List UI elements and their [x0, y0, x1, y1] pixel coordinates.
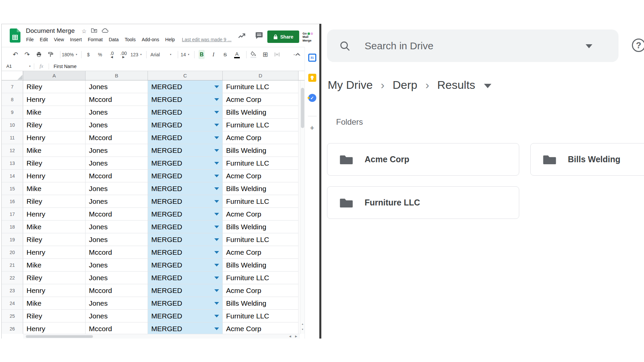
vertical-scrollbar-thumb[interactable] — [301, 88, 304, 128]
cell-dropdown-arrow-icon[interactable] — [214, 85, 219, 88]
cell-C18[interactable]: MERGED — [148, 221, 223, 233]
menu-item-insert[interactable]: Insert — [67, 36, 85, 43]
breadcrumb-derp[interactable]: Derp — [392, 78, 417, 92]
cell-B24[interactable]: Jones — [86, 297, 148, 310]
row-header-19[interactable]: 19 — [2, 233, 23, 246]
comments-icon[interactable] — [254, 31, 264, 40]
menu-item-data[interactable]: Data — [106, 36, 122, 43]
scroll-left-icon[interactable]: ◀ — [289, 335, 291, 338]
row-header-13[interactable]: 13 — [2, 157, 23, 170]
cell-dropdown-arrow-icon[interactable] — [214, 315, 219, 317]
font-size-select[interactable]: 14▾ — [182, 52, 188, 57]
menu-item-help[interactable]: Help — [162, 36, 178, 43]
row-header-25[interactable]: 25 — [2, 310, 23, 322]
borders-icon[interactable]: ⊞ — [262, 51, 268, 58]
star-icon[interactable]: ☆ — [82, 28, 87, 35]
cell-B22[interactable]: Jones — [86, 272, 148, 284]
cell-B12[interactable]: Jones — [86, 144, 148, 157]
cell-B26[interactable]: Mccord — [86, 322, 148, 334]
cell-A23[interactable]: Henry — [23, 284, 86, 297]
scroll-up-icon[interactable]: ▲ — [300, 323, 305, 325]
cell-A20[interactable]: Henry — [23, 246, 86, 259]
cell-C25[interactable]: MERGED — [148, 310, 223, 322]
cell-dropdown-arrow-icon[interactable] — [214, 251, 219, 254]
add-addon-icon[interactable]: + — [310, 124, 314, 132]
cell-A17[interactable]: Henry — [23, 208, 86, 221]
share-button[interactable]: Share — [267, 31, 299, 43]
cell-D15[interactable]: Bills Welding — [223, 182, 299, 195]
cell-C13[interactable]: MERGED — [148, 157, 223, 170]
sheets-logo-icon[interactable] — [10, 28, 20, 43]
cell-C11[interactable]: MERGED — [148, 131, 223, 144]
cell-C24[interactable]: MERGED — [148, 297, 223, 310]
cell-C22[interactable]: MERGED — [148, 272, 223, 284]
cell-C23[interactable]: MERGED — [148, 284, 223, 297]
cell-C20[interactable]: MERGED — [148, 246, 223, 259]
cell-D18[interactable]: Bills Welding — [223, 221, 299, 233]
cell-A12[interactable]: Mike — [23, 144, 86, 157]
cell-D9[interactable]: Bills Welding — [223, 106, 299, 119]
cell-A11[interactable]: Henry — [23, 131, 86, 144]
cell-dropdown-arrow-icon[interactable] — [214, 226, 219, 228]
row-header-26[interactable]: 26 — [2, 322, 23, 334]
cell-dropdown-arrow-icon[interactable] — [214, 111, 219, 114]
row-header-14[interactable]: 14 — [2, 170, 23, 182]
cell-C8[interactable]: MERGED — [148, 93, 223, 106]
format-currency-button[interactable]: $ — [85, 52, 91, 57]
cell-C10[interactable]: MERGED — [148, 119, 223, 131]
font-select[interactable]: Arial▾ — [151, 52, 171, 57]
cell-C9[interactable]: MERGED — [148, 106, 223, 119]
cell-D24[interactable]: Bills Welding — [223, 297, 299, 310]
row-header-17[interactable]: 17 — [2, 208, 23, 221]
italic-button[interactable]: I — [210, 51, 216, 58]
fill-color-icon[interactable] — [251, 51, 257, 58]
text-color-button[interactable]: A — [234, 51, 240, 58]
folder-card-furniture-llc[interactable]: Furniture LLC — [327, 186, 519, 219]
cell-A14[interactable]: Henry — [23, 170, 86, 182]
name-box[interactable]: A1 ▾ — [2, 64, 34, 69]
cell-dropdown-arrow-icon[interactable] — [214, 327, 219, 330]
search-options-caret-icon[interactable] — [586, 44, 592, 48]
cell-B10[interactable]: Jones — [86, 119, 148, 131]
cell-A24[interactable]: Mike — [23, 297, 86, 310]
cell-B16[interactable]: Jones — [86, 195, 148, 208]
drive-search-bar[interactable]: Search in Drive — [327, 29, 619, 62]
cell-B9[interactable]: Jones — [86, 106, 148, 119]
cell-B14[interactable]: Mccord — [86, 170, 148, 182]
column-header-a[interactable]: A — [23, 71, 86, 80]
cell-A22[interactable]: Riley — [23, 272, 86, 284]
insights-icon[interactable] — [237, 31, 247, 40]
row-header-12[interactable]: 12 — [2, 144, 23, 157]
cell-B23[interactable]: Mccord — [86, 284, 148, 297]
undo-icon[interactable]: ↶ — [12, 51, 18, 58]
cell-D23[interactable]: Acme Corp — [223, 284, 299, 297]
cell-D21[interactable]: Bills Welding — [223, 259, 299, 272]
cell-D7[interactable]: Furniture LLC — [223, 80, 299, 93]
cell-D20[interactable]: Acme Corp — [223, 246, 299, 259]
cell-C15[interactable]: MERGED — [148, 182, 223, 195]
move-folder-icon[interactable] — [91, 28, 97, 35]
last-edit-link[interactable]: Last edit was made 9 ... — [182, 37, 231, 42]
breadcrumb-my-drive[interactable]: My Drive — [328, 78, 373, 92]
tasks-icon[interactable]: ✓ — [308, 94, 316, 102]
cell-D26[interactable]: Acme Corp — [223, 322, 299, 334]
cell-D13[interactable]: Furniture LLC — [223, 157, 299, 170]
cell-C17[interactable]: MERGED — [148, 208, 223, 221]
cell-B13[interactable]: Jones — [86, 157, 148, 170]
breadcrumb-caret-icon[interactable] — [484, 84, 491, 88]
cell-A8[interactable]: Henry — [23, 93, 86, 106]
cell-B18[interactable]: Jones — [86, 221, 148, 233]
menu-item-tools[interactable]: Tools — [122, 36, 139, 43]
row-header-20[interactable]: 20 — [2, 246, 23, 259]
cell-B19[interactable]: Jones — [86, 233, 148, 246]
row-header-7[interactable]: 7 — [2, 80, 23, 93]
cell-C21[interactable]: MERGED — [148, 259, 223, 272]
cell-C19[interactable]: MERGED — [148, 233, 223, 246]
cell-D25[interactable]: Furniture LLC — [223, 310, 299, 322]
cell-D14[interactable]: Acme Corp — [223, 170, 299, 182]
keep-icon[interactable] — [308, 74, 316, 82]
help-icon[interactable]: ? — [632, 39, 644, 52]
cell-C16[interactable]: MERGED — [148, 195, 223, 208]
cell-C12[interactable]: MERGED — [148, 144, 223, 157]
menu-item-view[interactable]: View — [51, 36, 67, 43]
